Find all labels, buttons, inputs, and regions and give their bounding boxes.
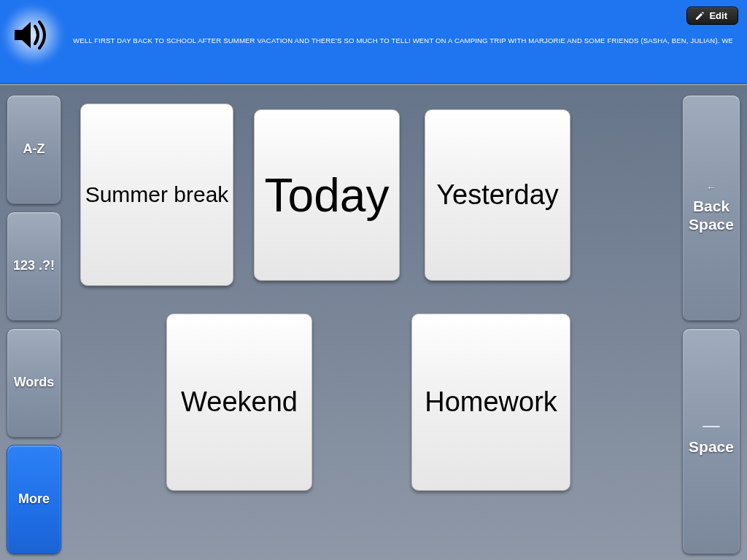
keyboard-numbers-button[interactable]: 123 .?!: [7, 211, 61, 321]
keyboard-numbers-label: 123 .?!: [13, 258, 55, 274]
space-dash-icon: [703, 426, 720, 427]
keyboard-more-label: More: [18, 491, 50, 508]
keyboard-words-label: Words: [14, 375, 55, 391]
tile-today-label: Today: [265, 168, 390, 222]
tile-yesterday-label: Yesterday: [436, 179, 559, 211]
backspace-label-2: Space: [689, 215, 734, 233]
speaker-icon: [13, 19, 53, 51]
space-label: Space: [689, 438, 734, 456]
backspace-arrow-icon: ←: [706, 182, 716, 194]
edit-label: Edit: [709, 10, 727, 21]
tile-today[interactable]: Today: [254, 109, 400, 281]
top-bar: WELL FIRST DAY BACK TO SCHOOL AFTER SUMM…: [0, 0, 747, 84]
keyboard-words-button[interactable]: Words: [7, 328, 61, 438]
keyboard-az-button[interactable]: A-Z: [7, 95, 61, 204]
tile-yesterday[interactable]: Yesterday: [425, 109, 570, 281]
speak-button[interactable]: [7, 13, 58, 57]
edit-button[interactable]: Edit: [686, 7, 738, 25]
main-area: A-Z 123 .?! Words More ← Back Space Spac…: [0, 84, 747, 560]
space-button[interactable]: Space: [682, 328, 740, 554]
keyboard-more-button[interactable]: More: [7, 445, 61, 554]
keyboard-az-label: A-Z: [23, 141, 45, 158]
tile-weekend[interactable]: Weekend: [166, 314, 312, 491]
pencil-icon: [694, 11, 705, 21]
message-ticker: WELL FIRST DAY BACK TO SCHOOL AFTER SUMM…: [73, 36, 732, 44]
backspace-button[interactable]: ← Back Space: [682, 95, 740, 321]
tile-summer-break[interactable]: Summer break: [80, 104, 233, 286]
tile-homework-label: Homework: [425, 386, 557, 418]
backspace-label-1: Back: [693, 197, 729, 215]
tile-summer-break-label: Summer break: [85, 182, 229, 207]
tile-weekend-label: Weekend: [181, 386, 298, 418]
tile-homework[interactable]: Homework: [411, 314, 570, 491]
